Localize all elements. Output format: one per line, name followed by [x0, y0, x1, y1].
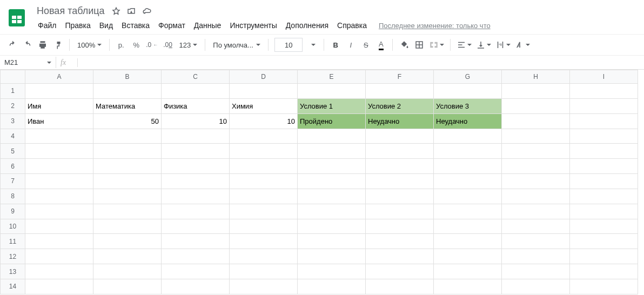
menu-view[interactable]: Вид — [95, 19, 117, 32]
select-all-corner[interactable] — [1, 70, 25, 84]
col-header-E[interactable]: E — [298, 70, 366, 84]
cell-A6[interactable] — [25, 159, 93, 174]
cell-D8[interactable] — [230, 189, 298, 204]
col-header-C[interactable]: C — [162, 70, 230, 84]
cell-F11[interactable] — [366, 234, 434, 249]
cell-E10[interactable] — [298, 219, 366, 234]
cell-D10[interactable] — [230, 219, 298, 234]
cell-E1[interactable] — [298, 84, 366, 99]
cell-C10[interactable] — [162, 219, 230, 234]
cell-A9[interactable] — [25, 204, 93, 219]
cell-D4[interactable] — [230, 129, 298, 144]
cell-A11[interactable] — [25, 234, 93, 249]
row-header-8[interactable]: 8 — [1, 189, 25, 204]
cell-E7[interactable] — [298, 174, 366, 189]
cell-A14[interactable] — [25, 279, 93, 294]
cell-E3[interactable]: Пройдено — [298, 113, 366, 129]
cell-C14[interactable] — [162, 279, 230, 294]
cell-E8[interactable] — [298, 189, 366, 204]
cell-C2[interactable]: Физика — [162, 98, 230, 113]
cell-H5[interactable] — [502, 144, 570, 159]
row-header-11[interactable]: 11 — [1, 234, 25, 249]
row-header-6[interactable]: 6 — [1, 159, 25, 174]
cell-D12[interactable] — [230, 249, 298, 264]
cell-H10[interactable] — [502, 219, 570, 234]
app-logo[interactable] — [4, 5, 29, 30]
cell-D13[interactable] — [230, 264, 298, 279]
cell-G2[interactable]: Условие 3 — [434, 98, 502, 113]
zoom-dropdown[interactable]: 100% — [74, 38, 105, 52]
merge-cells-button[interactable] — [427, 38, 446, 52]
cell-C6[interactable] — [162, 159, 230, 174]
menu-edit[interactable]: Правка — [61, 19, 95, 32]
row-header-5[interactable]: 5 — [1, 144, 25, 159]
cell-I6[interactable] — [570, 159, 638, 174]
cell-G9[interactable] — [434, 204, 502, 219]
cell-C3[interactable]: 10 — [162, 113, 230, 129]
paint-format-button[interactable] — [51, 38, 65, 52]
cell-H9[interactable] — [502, 204, 570, 219]
cell-I7[interactable] — [570, 174, 638, 189]
menu-tools[interactable]: Инструменты — [225, 19, 281, 32]
cell-C9[interactable] — [162, 204, 230, 219]
cell-C12[interactable] — [162, 249, 230, 264]
cell-G11[interactable] — [434, 234, 502, 249]
text-color-button[interactable]: A — [374, 38, 388, 52]
cell-I2[interactable] — [570, 98, 638, 113]
menu-file[interactable]: Файл — [33, 19, 61, 32]
row-header-2[interactable]: 2 — [1, 98, 25, 113]
cell-E11[interactable] — [298, 234, 366, 249]
cell-I9[interactable] — [570, 204, 638, 219]
cell-E2[interactable]: Условие 1 — [298, 98, 366, 113]
cell-G1[interactable] — [434, 84, 502, 99]
cell-D14[interactable] — [230, 279, 298, 294]
italic-button[interactable]: I — [344, 38, 358, 52]
cell-B7[interactable] — [93, 174, 162, 189]
cell-I10[interactable] — [570, 219, 638, 234]
row-header-4[interactable]: 4 — [1, 129, 25, 144]
font-size-more[interactable] — [305, 38, 319, 52]
cell-C1[interactable] — [162, 84, 230, 99]
cell-F2[interactable]: Условие 2 — [366, 98, 434, 113]
cell-F14[interactable] — [366, 279, 434, 294]
row-header-9[interactable]: 9 — [1, 204, 25, 219]
cell-I1[interactable] — [570, 84, 638, 99]
cell-I8[interactable] — [570, 189, 638, 204]
cell-I13[interactable] — [570, 264, 638, 279]
cell-E13[interactable] — [298, 264, 366, 279]
cell-H11[interactable] — [502, 234, 570, 249]
row-header-14[interactable]: 14 — [1, 279, 25, 294]
cell-I12[interactable] — [570, 249, 638, 264]
format-currency-button[interactable]: р. — [114, 38, 128, 52]
cell-B6[interactable] — [93, 159, 162, 174]
cell-B14[interactable] — [93, 279, 162, 294]
cell-D1[interactable] — [230, 84, 298, 99]
row-header-3[interactable]: 3 — [1, 113, 25, 129]
cell-A12[interactable] — [25, 249, 93, 264]
cell-B1[interactable] — [93, 84, 162, 99]
row-header-1[interactable]: 1 — [1, 84, 25, 99]
cell-I5[interactable] — [570, 144, 638, 159]
cell-F12[interactable] — [366, 249, 434, 264]
cell-D9[interactable] — [230, 204, 298, 219]
cell-H12[interactable] — [502, 249, 570, 264]
cell-F1[interactable] — [366, 84, 434, 99]
cell-I4[interactable] — [570, 129, 638, 144]
cell-F5[interactable] — [366, 144, 434, 159]
cell-H3[interactable] — [502, 113, 570, 129]
cell-G7[interactable] — [434, 174, 502, 189]
bold-button[interactable]: B — [328, 38, 343, 52]
cell-G10[interactable] — [434, 219, 502, 234]
cloud-status-icon[interactable] — [142, 6, 152, 16]
cell-C5[interactable] — [162, 144, 230, 159]
cell-A13[interactable] — [25, 264, 93, 279]
increase-decimal-button[interactable]: .00 — [161, 38, 175, 52]
halign-button[interactable] — [455, 38, 473, 52]
cell-E14[interactable] — [298, 279, 366, 294]
cell-G8[interactable] — [434, 189, 502, 204]
cell-D5[interactable] — [230, 144, 298, 159]
cell-C4[interactable] — [162, 129, 230, 144]
cell-C8[interactable] — [162, 189, 230, 204]
cell-A2[interactable]: Имя — [25, 98, 93, 113]
fill-color-button[interactable] — [397, 38, 411, 52]
